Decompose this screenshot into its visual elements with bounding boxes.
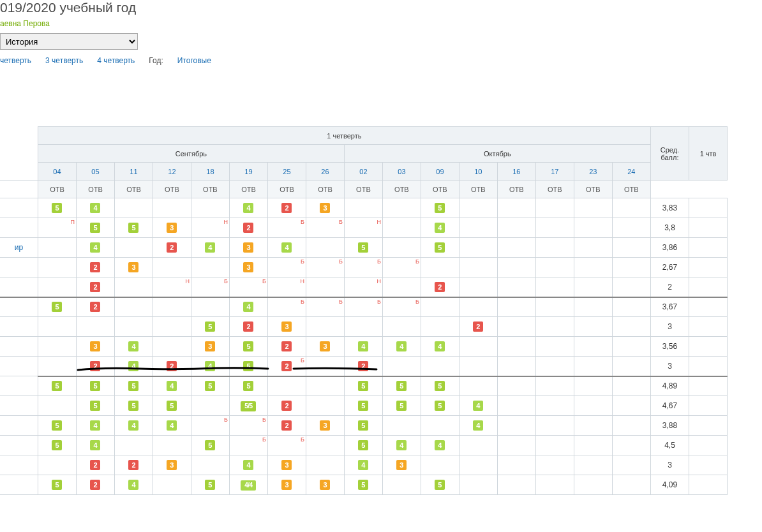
grade-cell[interactable]	[38, 258, 76, 277]
grade-cell[interactable]	[382, 198, 421, 218]
grade-cell[interactable]: 5	[114, 376, 153, 396]
grade-cell[interactable]	[612, 198, 650, 218]
student-name-fragment[interactable]	[0, 376, 38, 396]
grade-cell[interactable]: 4	[114, 475, 153, 495]
date-col-18[interactable]: 18	[191, 163, 229, 181]
grade-cell[interactable]: 5	[38, 475, 76, 495]
grade-cell[interactable]	[535, 238, 574, 258]
grade-cell[interactable]	[306, 317, 344, 337]
grade-cell[interactable]: 4	[114, 416, 153, 436]
grade-cell[interactable]: 2	[421, 277, 459, 297]
grade-cell[interactable]	[497, 218, 535, 238]
grade-cell[interactable]: 4	[344, 337, 382, 357]
grade-cell[interactable]: 5	[191, 376, 229, 396]
grade-cell[interactable]	[497, 238, 535, 258]
grade-cell[interactable]: 3	[114, 258, 153, 277]
grade-cell[interactable]: 3	[382, 455, 421, 475]
grade-cell[interactable]: Б	[191, 416, 229, 436]
grade-cell[interactable]	[267, 376, 306, 396]
grade-cell[interactable]: 5	[382, 396, 421, 416]
grade-cell[interactable]	[459, 455, 497, 475]
grade-cell[interactable]	[612, 218, 650, 238]
grade-cell[interactable]: 3	[267, 455, 306, 475]
grade-cell[interactable]: 5	[421, 475, 459, 495]
grade-cell[interactable]: 2	[267, 337, 306, 357]
grade-cell[interactable]: 4	[229, 297, 267, 317]
grade-cell[interactable]: 4	[191, 357, 229, 376]
grade-cell[interactable]: 2	[76, 475, 114, 495]
grade-cell[interactable]	[191, 396, 229, 416]
date-col-11[interactable]: 11	[114, 163, 153, 181]
grade-cell[interactable]	[306, 396, 344, 416]
grade-cell[interactable]	[497, 436, 535, 455]
grade-cell[interactable]	[612, 337, 650, 357]
grade-cell[interactable]: Б	[344, 297, 382, 317]
grade-cell[interactable]	[497, 277, 535, 297]
grade-cell[interactable]: 5	[229, 337, 267, 357]
grade-cell[interactable]	[574, 455, 612, 475]
grade-cell[interactable]	[574, 357, 612, 376]
grade-cell[interactable]	[497, 396, 535, 416]
grade-cell[interactable]: 4	[344, 455, 382, 475]
grade-cell[interactable]: 5	[191, 475, 229, 495]
grade-cell[interactable]	[574, 436, 612, 455]
grade-cell[interactable]: Б	[382, 297, 421, 317]
grade-cell[interactable]: 5	[191, 436, 229, 455]
grade-cell[interactable]	[535, 258, 574, 277]
grade-cell[interactable]	[574, 317, 612, 337]
grade-cell[interactable]	[421, 357, 459, 376]
grade-cell[interactable]	[497, 376, 535, 396]
grade-cell[interactable]: 5/5	[229, 396, 267, 416]
grade-cell[interactable]: 2	[229, 218, 267, 238]
grade-cell[interactable]	[153, 258, 191, 277]
grade-cell[interactable]: 4	[382, 337, 421, 357]
grade-cell[interactable]	[306, 436, 344, 455]
grade-cell[interactable]	[421, 317, 459, 337]
tab-q2[interactable]: четверть	[0, 56, 31, 65]
grade-cell[interactable]	[535, 376, 574, 396]
grade-cell[interactable]: Б	[229, 416, 267, 436]
date-col-05[interactable]: 05	[76, 163, 114, 181]
grade-cell[interactable]: 2	[153, 238, 191, 258]
grade-cell[interactable]: 2	[76, 258, 114, 277]
grade-cell[interactable]	[306, 455, 344, 475]
tab-q4[interactable]: 4 четверть	[97, 56, 135, 65]
grade-cell[interactable]	[382, 238, 421, 258]
grade-cell[interactable]: 3	[267, 317, 306, 337]
grade-cell[interactable]: 3	[306, 475, 344, 495]
grade-cell[interactable]: 2	[344, 357, 382, 376]
grade-cell[interactable]: 4	[229, 455, 267, 475]
grade-cell[interactable]: 4	[382, 436, 421, 455]
date-col-10[interactable]: 10	[459, 163, 497, 181]
grade-cell[interactable]: 3	[153, 218, 191, 238]
grade-cell[interactable]: Б	[267, 297, 306, 317]
grade-cell[interactable]	[535, 277, 574, 297]
grade-cell[interactable]: 5	[421, 376, 459, 396]
grade-cell[interactable]	[574, 198, 612, 218]
grade-cell[interactable]: 5	[344, 396, 382, 416]
grade-cell[interactable]: 3	[229, 258, 267, 277]
grade-cell[interactable]: 4	[114, 357, 153, 376]
grade-cell[interactable]	[612, 277, 650, 297]
grade-cell[interactable]: 4	[421, 436, 459, 455]
grade-cell[interactable]: 2	[76, 357, 114, 376]
grade-cell[interactable]	[459, 258, 497, 277]
grade-cell[interactable]	[459, 277, 497, 297]
grade-cell[interactable]: Б	[229, 277, 267, 297]
grade-cell[interactable]: 4	[229, 198, 267, 218]
grade-cell[interactable]: 3	[306, 198, 344, 218]
grade-cell[interactable]	[612, 376, 650, 396]
grade-cell[interactable]: 3	[76, 337, 114, 357]
grade-cell[interactable]: 2	[76, 455, 114, 475]
grade-cell[interactable]: 5	[38, 416, 76, 436]
grade-cell[interactable]	[191, 198, 229, 218]
grade-cell[interactable]	[153, 436, 191, 455]
grade-cell[interactable]	[421, 258, 459, 277]
grade-cell[interactable]	[459, 475, 497, 495]
grade-cell[interactable]	[191, 258, 229, 277]
grade-cell[interactable]	[38, 238, 76, 258]
grade-cell[interactable]	[153, 337, 191, 357]
student-name-fragment[interactable]	[0, 396, 38, 416]
grade-cell[interactable]	[114, 238, 153, 258]
grade-cell[interactable]: 2	[76, 277, 114, 297]
